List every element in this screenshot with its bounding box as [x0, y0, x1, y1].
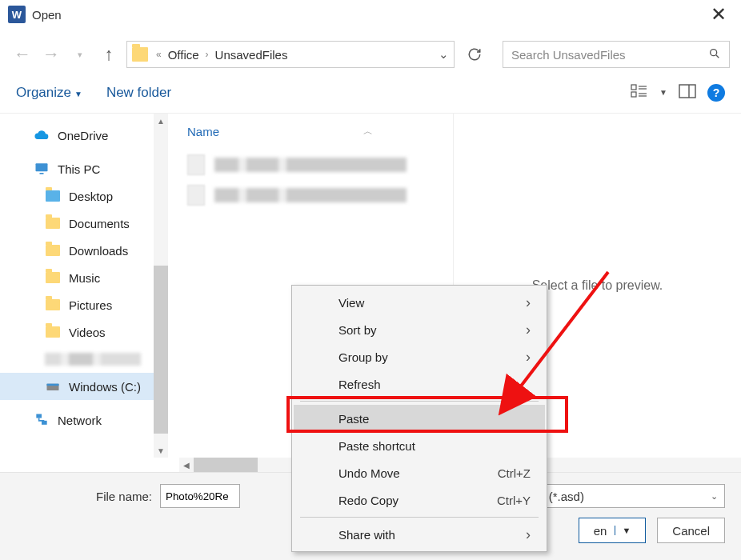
path-segment-unsavedfiles[interactable]: UnsavedFiles — [215, 48, 288, 62]
file-name-redacted — [214, 188, 407, 202]
window-title: Open — [32, 8, 62, 22]
sidebar-item-thispc[interactable]: This PC — [0, 155, 168, 182]
menu-item-undo[interactable]: Undo MoveCtrl+Z — [294, 459, 545, 486]
chevron-right-icon: › — [526, 526, 531, 543]
menu-item-redo[interactable]: Redo CopyCtrl+Y — [294, 486, 545, 514]
svg-rect-12 — [47, 384, 59, 386]
filename-label: File name: — [96, 490, 152, 503]
scroll-down-button[interactable]: ▼ — [154, 443, 168, 458]
refresh-button[interactable] — [461, 41, 488, 68]
menu-item-sharewith[interactable]: Share with› — [294, 521, 545, 548]
chevron-right-icon: › — [206, 49, 209, 60]
chevron-right-icon: › — [526, 322, 531, 338]
file-name-redacted — [214, 158, 407, 172]
file-icon — [187, 154, 205, 175]
search-input[interactable]: Search UnsavedFiles — [503, 41, 730, 68]
forward-button[interactable]: → — [40, 43, 62, 66]
sort-indicator-icon: ︿ — [363, 125, 373, 138]
folder-icon — [45, 215, 61, 231]
folder-icon — [45, 324, 61, 340]
menu-item-paste[interactable]: Paste — [294, 405, 545, 432]
svg-rect-10 — [40, 173, 44, 174]
navigation-bar: ← → ▾ ↑ « Office › UnsavedFiles ⌄ Search… — [0, 37, 741, 72]
sidebar-item-network[interactable]: Network — [0, 406, 168, 434]
disk-icon — [45, 378, 61, 394]
folder-icon — [45, 242, 61, 258]
menu-item-groupby[interactable]: Group by› — [294, 343, 545, 370]
navigation-sidebar: OneDrive This PC Desktop Documents Downl… — [0, 114, 168, 458]
svg-rect-13 — [36, 414, 42, 418]
network-icon — [34, 412, 50, 428]
folder-icon — [45, 297, 61, 313]
close-button[interactable]: ✕ — [704, 3, 733, 26]
pc-icon — [34, 161, 50, 177]
chevron-down-icon: ⌄ — [711, 491, 718, 502]
preview-pane-toggle[interactable] — [679, 84, 696, 101]
sidebar-item-cdrive[interactable]: Windows (C:) — [0, 373, 168, 400]
path-truncation: « — [156, 49, 162, 60]
svg-rect-2 — [631, 92, 636, 97]
sidebar-item-music[interactable]: Music — [0, 264, 168, 291]
scroll-thumb[interactable] — [154, 266, 168, 434]
view-dropdown[interactable]: ▼ — [659, 88, 667, 97]
menu-item-view[interactable]: View› — [294, 289, 545, 316]
sidebar-item-pictures[interactable]: Pictures — [0, 291, 168, 318]
folder-icon — [45, 188, 61, 204]
organize-button[interactable]: Organize▼ — [16, 85, 82, 101]
svg-rect-9 — [36, 163, 48, 171]
cloud-icon — [34, 127, 50, 143]
word-app-icon: W — [8, 6, 26, 23]
search-icon — [708, 47, 721, 62]
sidebar-item-videos[interactable]: Videos — [0, 318, 168, 346]
sidebar-scrollbar[interactable]: ▲ ▼ — [154, 114, 168, 458]
cancel-button[interactable]: Cancel — [657, 518, 725, 543]
file-icon — [187, 185, 205, 206]
scroll-up-button[interactable]: ▲ — [154, 114, 168, 128]
chevron-right-icon: › — [526, 294, 531, 311]
path-dropdown[interactable]: ⌄ — [439, 47, 449, 62]
recent-dropdown[interactable]: ▾ — [69, 43, 91, 66]
filename-input[interactable] — [160, 484, 240, 508]
scroll-left-button[interactable]: ◀ — [179, 458, 194, 472]
menu-item-refresh[interactable]: Refresh — [294, 370, 545, 398]
open-button[interactable]: en ▼ — [579, 518, 647, 543]
svg-rect-1 — [631, 85, 636, 90]
sidebar-item-downloads[interactable]: Downloads — [0, 237, 168, 264]
up-button[interactable]: ↑ — [98, 43, 120, 66]
scroll-thumb[interactable] — [194, 458, 258, 472]
menu-item-sortby[interactable]: Sort by› — [294, 316, 545, 343]
path-segment-office[interactable]: Office — [168, 48, 199, 62]
sidebar-item-desktop[interactable]: Desktop — [0, 182, 168, 210]
title-bar: W Open ✕ — [0, 0, 741, 29]
address-bar[interactable]: « Office › UnsavedFiles ⌄ — [126, 41, 455, 68]
folder-icon — [132, 47, 148, 62]
new-folder-button[interactable]: New folder — [106, 85, 171, 101]
svg-point-0 — [711, 49, 717, 55]
svg-rect-7 — [679, 85, 695, 98]
search-placeholder: Search UnsavedFiles — [511, 48, 626, 62]
sidebar-item-documents[interactable]: Documents — [0, 210, 168, 237]
command-toolbar: Organize▼ New folder ▼ ? — [0, 72, 741, 114]
menu-separator — [300, 401, 539, 402]
back-button[interactable]: ← — [11, 43, 34, 66]
open-split-dropdown[interactable]: ▼ — [615, 526, 631, 535]
menu-item-paste-shortcut[interactable]: Paste shortcut — [294, 432, 545, 459]
folder-icon — [45, 270, 61, 286]
sidebar-item-onedrive[interactable]: OneDrive — [0, 122, 168, 149]
menu-separator — [300, 517, 539, 518]
context-menu: View› Sort by› Group by› Refresh Paste P… — [291, 285, 547, 552]
sidebar-item-redacted[interactable] — [0, 346, 168, 373]
column-header-name[interactable]: Name — [187, 125, 219, 138]
view-mode-button[interactable] — [631, 84, 648, 101]
help-button[interactable]: ? — [707, 84, 725, 102]
chevron-right-icon: › — [526, 349, 531, 366]
preview-message: Select a file to preview. — [532, 278, 663, 293]
